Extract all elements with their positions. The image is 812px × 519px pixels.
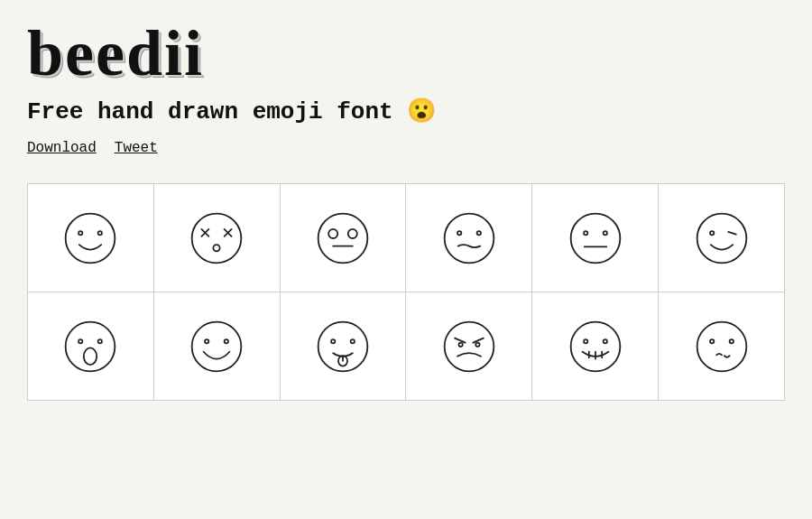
action-links: Download Tweet [27,140,785,156]
site-title: beedii [27,18,785,89]
svg-point-32 [351,339,355,343]
svg-point-9 [318,213,368,263]
svg-point-38 [458,342,462,346]
svg-point-11 [348,229,357,238]
svg-point-18 [603,231,606,235]
svg-point-41 [584,339,587,343]
svg-point-21 [710,231,714,235]
emoji-neutral [532,184,659,292]
svg-point-39 [475,342,479,346]
svg-point-35 [445,321,494,371]
emoji-angry [406,292,532,401]
svg-point-2 [98,231,102,235]
svg-point-40 [570,321,620,371]
svg-point-15 [477,231,481,235]
subtitle-emoji: 😮 [407,98,436,125]
subtitle: Free hand drawn emoji font 😮 [27,97,785,125]
svg-point-16 [570,213,620,263]
tweet-link[interactable]: Tweet [115,140,158,156]
emoji-happy-open [154,292,281,401]
svg-point-46 [697,321,746,371]
emoji-wide-eyes [281,184,407,292]
emoji-teeth [532,292,659,401]
subtitle-text: Free hand drawn emoji font [27,98,393,125]
emoji-dead [154,184,281,292]
svg-point-23 [66,321,115,371]
svg-point-3 [192,213,242,263]
svg-point-47 [710,339,714,343]
svg-point-8 [214,245,220,251]
svg-point-13 [445,213,494,263]
svg-point-30 [318,321,368,371]
download-link[interactable]: Download [27,140,97,156]
emoji-kiss [659,292,785,401]
svg-point-20 [697,213,746,263]
svg-point-26 [84,348,97,365]
svg-point-10 [328,229,337,238]
emoji-wink [659,184,785,292]
emoji-surprised [28,292,154,401]
svg-point-14 [457,231,461,235]
svg-point-25 [98,339,102,343]
emoji-smile [28,184,154,292]
svg-point-27 [192,321,242,371]
emoji-skeptical [406,184,532,292]
svg-point-28 [205,339,208,343]
svg-point-0 [66,213,115,263]
svg-point-42 [603,339,606,343]
svg-point-1 [78,231,82,235]
svg-point-29 [225,339,228,343]
svg-point-31 [331,339,335,343]
svg-point-24 [78,339,82,343]
svg-point-17 [584,231,587,235]
svg-line-22 [728,231,736,234]
emoji-tongue [281,292,407,401]
emoji-grid [27,183,785,401]
svg-point-48 [729,339,733,343]
